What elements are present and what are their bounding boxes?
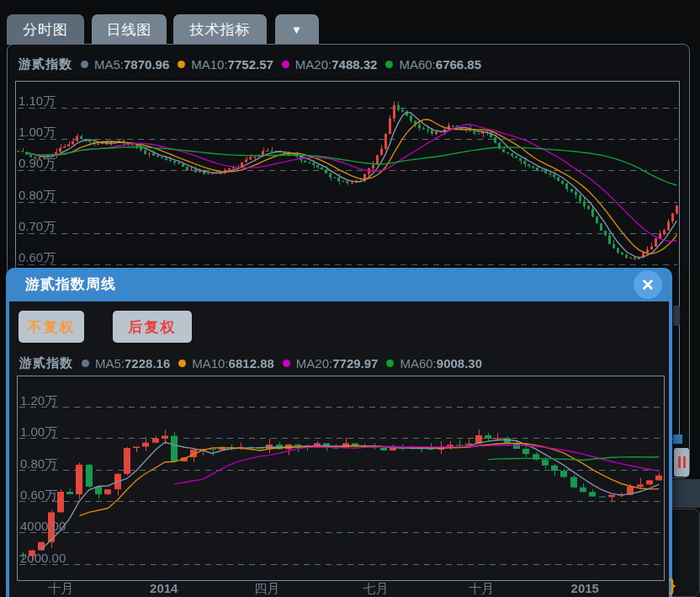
ma20-label: MA20: — [296, 356, 332, 370]
tab-minute-label: 分时图 — [23, 20, 68, 40]
weekly-ytick-5: 2000.00 — [20, 551, 66, 565]
daily-index-name: 游贰指数 — [19, 56, 72, 72]
tab-tech-label: 技术指标 — [190, 20, 251, 40]
backward-adjustment-button[interactable]: 后复权 — [113, 311, 192, 343]
daily-ytick-0: 1.10万 — [19, 93, 56, 108]
weekly-xtick-oct2: 十月 — [456, 581, 506, 597]
ma5-dot-icon — [82, 360, 89, 367]
ma60-dot-icon — [385, 61, 393, 68]
ma5-value: 7228.16 — [125, 356, 170, 370]
weekly-ytick-3: 0.60万 — [20, 488, 57, 502]
no-adjustment-button[interactable]: 不复权 — [19, 311, 84, 343]
ma60-value: 6766.85 — [436, 57, 481, 72]
app-window: 分时图 日线图 技术指标 ▼ 游贰指数 MA5:7870.96 MA10:775… — [0, 0, 700, 597]
tab-dropdown[interactable]: ▼ — [275, 14, 319, 45]
ma20-dot-icon — [282, 61, 289, 68]
underlying-band-fragment — [672, 479, 700, 508]
close-button[interactable]: ✕ — [634, 270, 662, 299]
ma20-value: 7729.97 — [332, 356, 378, 370]
underlying-blue-fragment — [673, 434, 682, 444]
legend-item-ma5: MA5:7870.96 — [81, 57, 169, 72]
weekly-index-name: 游贰指数 — [19, 355, 73, 371]
ma60-label: MA60: — [400, 356, 436, 370]
weekly-candlestick-canvas[interactable] — [18, 376, 664, 580]
weekly-xtick-2014: 2014 — [139, 581, 189, 595]
modal-title: 游贰指数周线 — [25, 268, 116, 301]
tab-daily-chart[interactable]: 日线图 — [92, 14, 167, 45]
tab-daily-label: 日线图 — [107, 20, 152, 40]
close-icon: ✕ — [641, 275, 655, 295]
weekly-legend-item-ma5: MA5:7228.16 — [82, 356, 170, 370]
ma5-value: 7870.96 — [124, 57, 169, 72]
weekly-legend-item-ma10: MA10:6812.88 — [178, 356, 274, 370]
ma10-value: 6812.88 — [229, 356, 274, 370]
ma20-value: 7488.32 — [331, 57, 377, 72]
underlying-button-fragment[interactable] — [674, 448, 689, 477]
ma20-dot-icon — [283, 360, 290, 367]
weekly-xtick-apr: 四月 — [241, 581, 292, 597]
ma10-dot-icon — [178, 360, 186, 367]
underlying-orange-glyph: } — [669, 574, 686, 596]
weekly-ytick-4: 4000.00 — [20, 519, 66, 533]
daily-ytick-4: 0.70万 — [19, 219, 56, 233]
tab-tech-indicator[interactable]: 技术指标 — [173, 14, 267, 45]
daily-ytick-5: 0.60万 — [19, 250, 56, 264]
ma10-label: MA10: — [191, 57, 227, 72]
weekly-xtick-jul: 七月 — [351, 581, 401, 597]
weekly-xtick-2015: 2015 — [559, 581, 610, 595]
weekly-ytick-0: 1.20万 — [20, 393, 57, 408]
ma5-label: MA5: — [95, 356, 125, 370]
weekly-legend-item-ma60: MA60:9008.30 — [386, 356, 482, 370]
ma60-label: MA60: — [399, 57, 435, 72]
weekly-xtick-oct: 十月 — [35, 581, 86, 597]
legend-item-ma20: MA20:7488.32 — [282, 57, 378, 72]
weekly-legend: 游贰指数 MA5:7228.16 MA10:6812.88 MA20:7729.… — [19, 354, 482, 371]
weekly-chart-modal: 游贰指数周线 ✕ 不复权 后复权 游贰指数 MA5:7228.16 MA10:6… — [6, 268, 672, 597]
ma5-dot-icon — [81, 61, 88, 68]
ma60-value: 9008.30 — [437, 356, 482, 370]
weekly-chart-area[interactable] — [17, 376, 665, 581]
weekly-ytick-1: 1.00万 — [20, 424, 57, 439]
daily-ytick-2: 0.90万 — [19, 156, 56, 170]
ma5-label: MA5: — [94, 57, 124, 72]
underlying-scrollbar-fragment — [673, 306, 680, 326]
legend-item-ma10: MA10:7752.57 — [178, 57, 273, 72]
daily-ytick-1: 1.00万 — [19, 125, 56, 139]
red-mark-icon — [676, 456, 687, 468]
ma10-value: 7752.57 — [228, 57, 273, 72]
ma10-dot-icon — [178, 61, 185, 68]
legend-item-ma60: MA60:6766.85 — [385, 57, 481, 72]
ma20-label: MA20: — [295, 57, 331, 72]
ma60-dot-icon — [386, 360, 394, 367]
chevron-down-icon: ▼ — [291, 24, 303, 36]
weekly-ytick-2: 0.80万 — [20, 456, 57, 471]
weekly-legend-item-ma20: MA20:7729.97 — [283, 356, 379, 370]
ma10-label: MA10: — [192, 356, 228, 370]
daily-ytick-3: 0.80万 — [19, 188, 56, 202]
daily-legend: 游贰指数 MA5:7870.96 MA10:7752.57 MA20:7488.… — [19, 56, 481, 72]
tab-minute-chart[interactable]: 分时图 — [7, 14, 84, 45]
